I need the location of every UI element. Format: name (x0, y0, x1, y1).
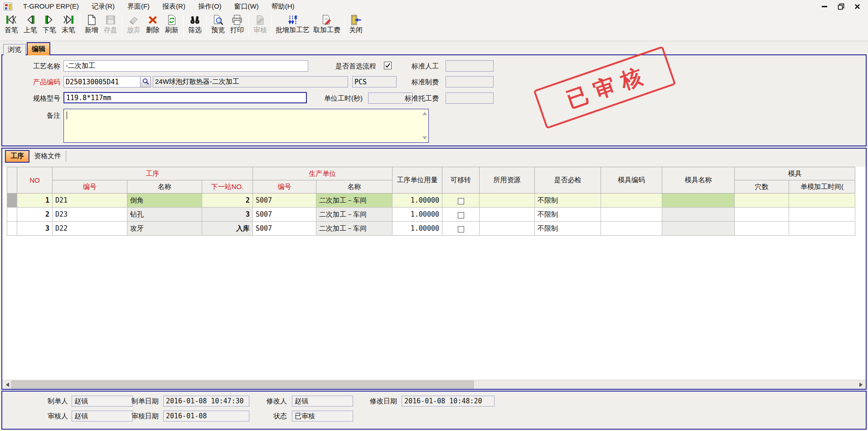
menu-item-4[interactable]: 操作(O) (192, 1, 228, 12)
toolbar-button-last[interactable]: 末笔 (59, 14, 78, 34)
menu-item-3[interactable]: 报表(R) (156, 1, 192, 12)
cell-no[interactable]: 2 (17, 208, 53, 222)
scroll-down-icon[interactable] (422, 136, 427, 140)
cell-must_check[interactable]: 不限制 (535, 194, 601, 208)
close-icon[interactable] (853, 3, 861, 10)
toolbar-button-print[interactable]: 打印 (228, 14, 247, 34)
toolbar-button-first[interactable]: 首笔 (2, 14, 21, 34)
cell-name[interactable]: 钻孔 (127, 208, 202, 222)
cell-unit_name[interactable]: 二次加工－车间 (316, 194, 393, 208)
cell-mold_name[interactable] (662, 194, 735, 208)
std-mfg-label: 标准制费 (380, 76, 439, 87)
cell-unit_code[interactable]: S007 (253, 222, 316, 236)
cell-code[interactable]: D23 (53, 208, 127, 222)
main-tab-0[interactable]: 浏览 (3, 44, 26, 55)
cell-movable[interactable] (442, 194, 480, 208)
product-code-input[interactable] (63, 76, 141, 87)
cell-resource[interactable] (480, 194, 535, 208)
menu-item-6[interactable]: 帮助(H) (265, 1, 301, 12)
cell-mold_time[interactable] (789, 208, 855, 222)
toolbar-button-prev[interactable]: 上笔 (21, 14, 40, 34)
product-lookup-button[interactable] (140, 76, 151, 87)
toolbar-label: 审核 (253, 26, 267, 34)
horizontal-scrollbar[interactable] (2, 380, 866, 389)
app-icon (4, 3, 12, 10)
cell-mold_time[interactable] (789, 222, 855, 236)
cell-mold_code[interactable] (601, 208, 662, 222)
menu-item-0[interactable]: T-GROUP ERP(E) (17, 1, 85, 12)
col-unit-code: 编号 (253, 180, 316, 194)
std-labor-input (446, 60, 494, 72)
cell-unit_name[interactable]: 二次加工－车间 (316, 222, 393, 236)
cell-next[interactable]: 2 (202, 194, 253, 208)
menu-item-1[interactable]: 记录(R) (85, 1, 121, 12)
cell-name[interactable]: 倒角 (127, 194, 202, 208)
spec-input[interactable] (63, 92, 307, 103)
cell-unit_name[interactable]: 二次加工－车间 (316, 208, 393, 222)
cell-must_check[interactable]: 不限制 (535, 208, 601, 222)
cell-qty[interactable]: 1.00000 (393, 194, 442, 208)
detail-tab-bar: 工序资格文件 (2, 149, 866, 167)
table-row[interactable]: 2D23钻孔3S007二次加工－车间1.00000不限制 (7, 208, 855, 222)
table-row[interactable]: 3D22攻牙入库S007二次加工－车间1.00000不限制 (7, 222, 855, 236)
cell-must_check[interactable]: 不限制 (535, 222, 601, 236)
toolbar-separator (122, 15, 122, 37)
cell-cavity[interactable] (735, 222, 789, 236)
product-name-field (153, 76, 348, 87)
main-tab-1[interactable]: 编辑 (27, 42, 50, 55)
cell-unit_code[interactable]: S007 (253, 194, 316, 208)
process-name-input[interactable] (63, 60, 308, 72)
cell-unit_code[interactable]: S007 (253, 208, 316, 222)
scrollbar-thumb[interactable] (11, 381, 474, 388)
cell-no[interactable]: 3 (17, 222, 53, 236)
checkbox-icon[interactable] (458, 212, 464, 218)
toolbar-button-next[interactable]: 下笔 (40, 14, 59, 34)
cell-resource[interactable] (480, 222, 535, 236)
scroll-up-icon[interactable] (422, 112, 427, 115)
cell-code[interactable]: D22 (53, 222, 127, 236)
toolbar-button-preview[interactable]: 预览 (209, 14, 228, 34)
col-mold-code: 模具编码 (601, 167, 662, 194)
cell-mold_code[interactable] (601, 194, 662, 208)
cell-next[interactable]: 3 (202, 208, 253, 222)
checkbox-icon[interactable] (458, 226, 464, 232)
menu-item-5[interactable]: 窗口(W) (228, 1, 265, 12)
cell-name[interactable]: 攻牙 (127, 222, 202, 236)
cell-next[interactable]: 入库 (202, 222, 253, 236)
toolbar-button-new[interactable]: 新增 (82, 14, 101, 34)
cell-code[interactable]: D21 (53, 194, 127, 208)
remark-textarea[interactable] (63, 109, 429, 143)
next-icon (44, 14, 55, 26)
cell-cavity[interactable] (735, 208, 789, 222)
checkbox-icon[interactable] (458, 198, 464, 204)
toolbar-button-filter[interactable]: 筛选 (185, 14, 204, 34)
cell-mold_name[interactable] (662, 222, 735, 236)
cell-mold_name[interactable] (662, 208, 735, 222)
cell-qty[interactable]: 1.00000 (393, 208, 442, 222)
minimize-icon[interactable] (821, 3, 828, 10)
cell-movable[interactable] (442, 222, 480, 236)
scroll-right-icon[interactable] (857, 380, 865, 389)
cell-no[interactable]: 1 (17, 194, 53, 208)
cell-movable[interactable] (442, 208, 480, 222)
toolbar-button-exit[interactable]: 关闭 (346, 14, 365, 34)
detail-tab-1[interactable]: 资格文件 (29, 151, 66, 162)
cell-mold_code[interactable] (601, 222, 662, 236)
scroll-left-icon[interactable] (3, 380, 11, 389)
cell-qty[interactable]: 1.00000 (393, 222, 442, 236)
cell-resource[interactable] (480, 208, 535, 222)
menu-item-2[interactable]: 界面(F) (121, 1, 156, 12)
restore-icon[interactable] (837, 3, 844, 10)
toolbar-button-refresh[interactable]: 刷新 (162, 14, 181, 34)
toolbar-label: 刷新 (165, 26, 179, 34)
col-must-check: 是否必检 (535, 167, 601, 194)
toolbar-label: 批增加工艺 (276, 26, 310, 34)
fee-icon (321, 14, 333, 26)
toolbar-button-fee[interactable]: 取加工费 (311, 14, 342, 34)
cell-cavity[interactable] (735, 194, 789, 208)
detail-tab-0[interactable]: 工序 (5, 150, 29, 163)
cell-mold_time[interactable] (789, 194, 855, 208)
table-row[interactable]: 1D21倒角2S007二次加工－车间1.00000不限制 (7, 194, 855, 208)
toolbar-button-delete[interactable]: 删除 (143, 14, 162, 34)
toolbar-button-batch[interactable]: 批增加工艺 (274, 14, 311, 34)
